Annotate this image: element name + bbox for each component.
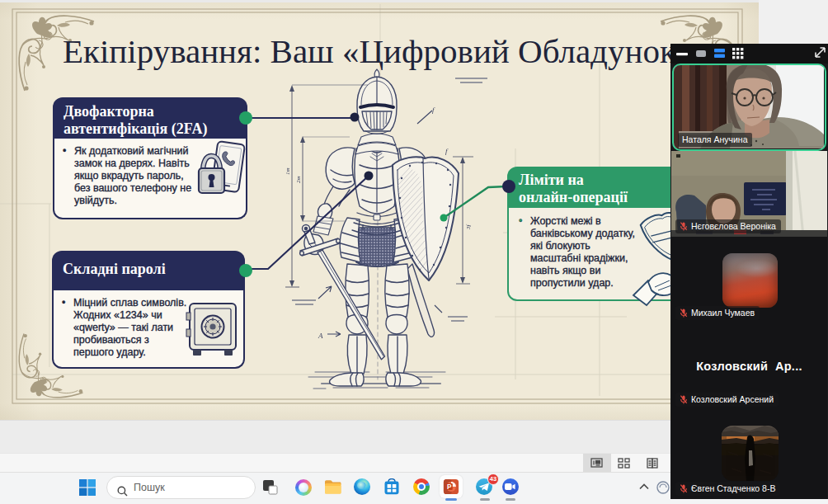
svg-text:P: P [447, 483, 452, 491]
